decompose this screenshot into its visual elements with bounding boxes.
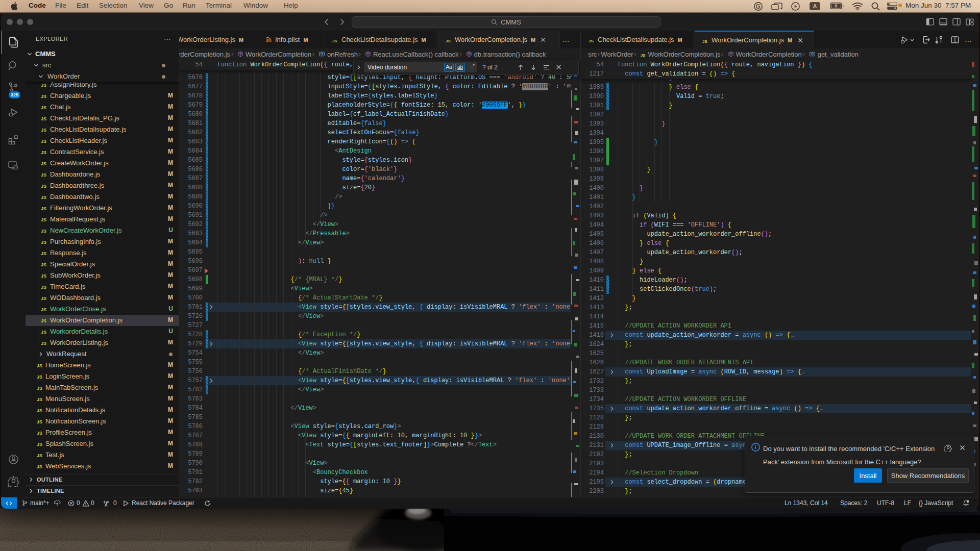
svg-text:A: A	[813, 3, 817, 9]
